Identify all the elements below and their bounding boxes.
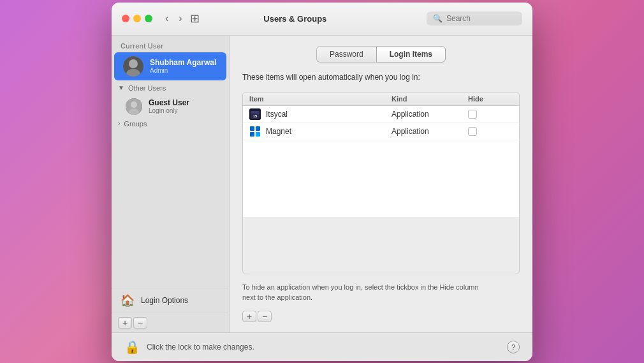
magnet-name-cell: Magnet — [249, 126, 392, 137]
col-extra — [500, 95, 513, 103]
col-item: Item — [249, 95, 392, 103]
groups-header[interactable]: › Groups — [112, 117, 229, 130]
login-options-icon: 🏠 — [121, 293, 135, 307]
login-items-table: Item Kind Hide — [242, 92, 520, 274]
empty-rows — [243, 140, 519, 217]
search-box[interactable]: 🔍 — [427, 11, 522, 26]
itsycal-kind-cell: Application — [392, 110, 468, 119]
table-row[interactable]: 15 Itsycal Application — [243, 106, 519, 123]
itsycal-name-cell: 15 Itsycal — [249, 108, 392, 120]
col-kind: Kind — [392, 95, 468, 103]
login-items-description: These items will open automatically when… — [242, 73, 520, 82]
add-item-button[interactable]: + — [242, 311, 256, 322]
table-row[interactable]: Magnet Application — [243, 123, 519, 140]
sidebar-bottom-bar: + − — [112, 313, 229, 332]
current-user-avatar — [123, 56, 143, 77]
magnet-name: Magnet — [266, 127, 291, 136]
guest-user-info: Guest User Login only — [149, 98, 189, 114]
remove-item-button[interactable]: − — [258, 311, 272, 322]
magnet-hide-cell — [468, 127, 500, 136]
close-button[interactable] — [122, 15, 129, 22]
guest-user-item[interactable]: Guest User Login only — [112, 96, 229, 117]
help-button[interactable]: ? — [507, 341, 520, 353]
guest-user-name: Guest User — [149, 98, 189, 107]
tab-password[interactable]: Password — [316, 46, 376, 63]
col-hide: Hide — [468, 95, 500, 103]
hint-text: To hide an application when you log in, … — [242, 282, 520, 303]
magnet-hide-checkbox[interactable] — [468, 127, 477, 136]
lock-icon[interactable]: 🔒 — [124, 339, 140, 355]
tab-login-items[interactable]: Login Items — [376, 46, 446, 63]
table-actions: + − — [242, 311, 520, 322]
svg-rect-13 — [250, 132, 254, 137]
window-title: Users & Groups — [169, 14, 421, 24]
maximize-button[interactable] — [145, 15, 152, 22]
itsycal-hide-checkbox[interactable] — [468, 110, 477, 119]
current-user-role: Admin — [150, 67, 216, 74]
svg-rect-14 — [256, 132, 260, 137]
other-users-header[interactable]: ▼ Other Users — [112, 80, 229, 96]
groups-chevron: › — [118, 120, 120, 127]
other-users-chevron: ▼ — [118, 84, 124, 91]
table-body: 15 Itsycal Application — [243, 106, 519, 217]
main-window: ‹ › ⊞ Users & Groups 🔍 Current User — [112, 3, 532, 361]
svg-point-4 — [131, 101, 137, 108]
minimize-button[interactable] — [133, 15, 141, 22]
remove-user-button[interactable]: − — [133, 317, 147, 329]
guest-user-role: Login only — [149, 107, 189, 114]
svg-point-1 — [129, 59, 138, 68]
itsycal-name: Itsycal — [266, 110, 288, 119]
magnet-icon — [249, 126, 261, 137]
itsycal-icon: 15 — [249, 108, 261, 120]
svg-rect-11 — [250, 126, 254, 131]
svg-text:15: 15 — [253, 114, 258, 118]
current-user-item[interactable]: Shubham Agarwal Admin — [114, 52, 226, 80]
current-user-label: Current User — [112, 36, 229, 52]
magnet-kind-cell: Application — [392, 127, 468, 136]
login-options-label: Login Options — [141, 296, 188, 305]
current-user-info: Shubham Agarwal Admin — [150, 58, 216, 74]
search-input[interactable] — [446, 14, 516, 23]
add-user-button[interactable]: + — [118, 317, 132, 329]
content-area: Current User Shubham Agarwal Admin ▼ Oth… — [112, 36, 532, 332]
svg-rect-12 — [256, 126, 260, 131]
main-panel: Password Login Items These items will op… — [230, 36, 532, 332]
sidebar: Current User Shubham Agarwal Admin ▼ Oth… — [112, 36, 230, 332]
svg-rect-8 — [251, 111, 260, 114]
guest-user-avatar — [126, 98, 142, 115]
itsycal-hide-cell — [468, 110, 500, 119]
current-user-name: Shubham Agarwal — [150, 58, 216, 67]
table-header: Item Kind Hide — [243, 93, 519, 106]
search-icon: 🔍 — [433, 14, 443, 23]
other-users-label: Other Users — [128, 84, 166, 92]
footer-text: Click the lock to make changes. — [147, 343, 501, 352]
groups-label: Groups — [124, 120, 147, 128]
tab-bar: Password Login Items — [242, 46, 520, 63]
footer: 🔒 Click the lock to make changes. ? — [112, 332, 532, 361]
traffic-lights — [122, 15, 152, 22]
login-options-item[interactable]: 🏠 Login Options — [112, 288, 229, 313]
titlebar: ‹ › ⊞ Users & Groups 🔍 — [112, 3, 532, 36]
